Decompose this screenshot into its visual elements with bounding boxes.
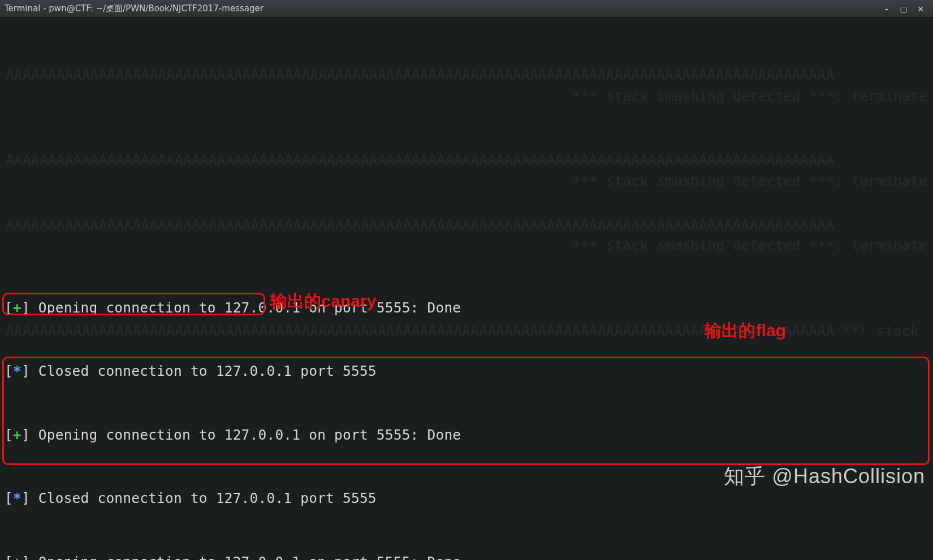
log-line: [*] Closed connection to 127.0.0.1 port … (5, 488, 928, 509)
ghost-text: *** stack smashing detected ***: termina… (6, 171, 927, 192)
log-line: [+] Opening connection to 127.0.0.1 on p… (5, 424, 928, 446)
ghost-text: AAAAAAAAAAAAAAAAAAAAAAAAAAAAAAAAAAAAAAAA… (6, 64, 927, 86)
ghost-text: AAAAAAAAAAAAAAAAAAAAAAAAAAAAAAAAAAAAAAAA… (6, 149, 927, 171)
window-controls: – ▢ ✕ (879, 3, 928, 15)
window-title: Terminal - pwn@CTF: ~/桌面/PWN/Book/NJCTF2… (5, 5, 879, 13)
log-line: [+] Opening connection to 127.0.0.1 on p… (5, 297, 928, 319)
ghost-text: AAAAAAAAAAAAAAAAAAAAAAAAAAAAAAAAAAAAAAAA… (6, 320, 927, 342)
log-line: [*] Closed connection to 127.0.0.1 port … (5, 361, 928, 382)
close-button[interactable]: ✕ (913, 3, 928, 15)
watermark: 知乎 @HashCollision (724, 466, 925, 487)
terminal-window: Terminal - pwn@CTF: ~/桌面/PWN/Book/NJCTF2… (0, 0, 933, 560)
ghost-text: *** stack smashing detected ***: termina… (6, 86, 927, 107)
annotation-label-flag: 输出的flag (705, 322, 786, 339)
minimize-button[interactable]: – (879, 3, 895, 15)
window-titlebar[interactable]: Terminal - pwn@CTF: ~/桌面/PWN/Book/NJCTF2… (0, 0, 933, 18)
ghost-text: AAAAAAAAAAAAAAAAAAAAAAAAAAAAAAAAAAAAAAAA… (6, 214, 927, 236)
terminal-viewport[interactable]: AAAAAAAAAAAAAAAAAAAAAAAAAAAAAAAAAAAAAAAA… (0, 18, 933, 560)
maximize-button[interactable]: ▢ (896, 3, 912, 15)
ghost-text: *** stack smashing detected ***: termina… (6, 235, 927, 257)
log-line: [+] Opening connection to 127.0.0.1 on p… (5, 552, 928, 561)
